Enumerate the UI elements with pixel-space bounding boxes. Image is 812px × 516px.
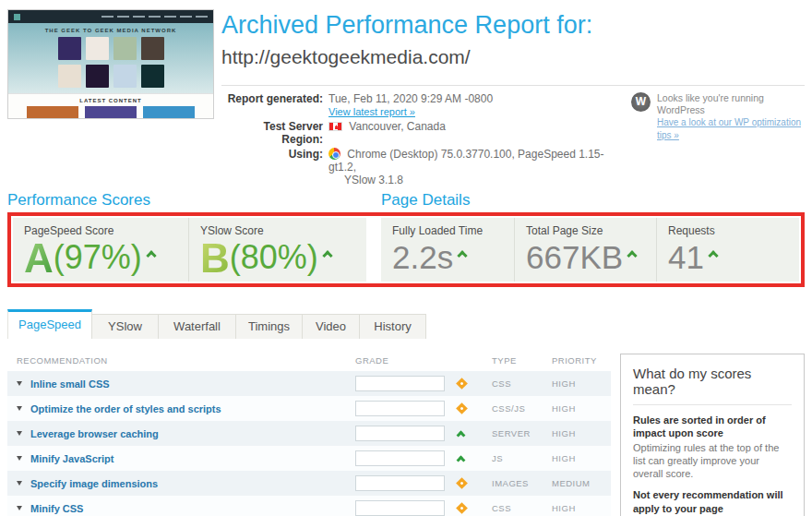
table-row[interactable]: Inline small CSS A (92) CSS HIGH — [7, 371, 611, 396]
change-indicator-icon — [457, 455, 466, 464]
thumb-site-hero: The Geek to Geek Media Network — [8, 23, 213, 93]
expand-triangle-icon[interactable] — [17, 431, 22, 436]
col-grade: GRADE — [355, 355, 492, 366]
thumb-site-navbar — [8, 10, 213, 23]
fully-loaded-time-value: 2.2s — [392, 239, 453, 276]
tab-yslow[interactable]: YSlow — [92, 314, 159, 339]
grade-bar: A (99) — [355, 475, 445, 491]
priority-value: HIGH — [552, 428, 611, 438]
requests-card: Requests 41 — [657, 218, 799, 282]
thumb-site-logo — [14, 14, 20, 20]
thumb-latest-content: Latest Content — [8, 93, 213, 119]
improvement-caret-icon — [708, 250, 718, 260]
type-value: CSS/JS — [492, 403, 552, 414]
recommendation-label: Specify image dimensions — [30, 478, 158, 489]
thumb-site-title: The Geek to Geek Media Network — [8, 23, 213, 33]
chrome-icon — [328, 148, 340, 160]
improvement-caret-icon — [457, 250, 467, 260]
table-row[interactable]: Minify JavaScript A (99) JS HIGH — [7, 446, 611, 471]
view-latest-report-link[interactable]: View latest report » — [328, 106, 415, 117]
performance-scores-title: Performance Scores — [7, 191, 150, 210]
col-priority: PRIORITY — [552, 355, 611, 366]
grade-value: A (99) — [361, 476, 384, 491]
change-indicator-icon — [456, 378, 468, 390]
fully-loaded-time-card: Fully Loaded Time 2.2s — [381, 218, 515, 282]
scores-highlight-annotation: PageSpeed Score A (97%) YSlow Score B (8… — [7, 212, 805, 287]
change-indicator-icon — [456, 402, 468, 414]
using-label: Using: — [221, 148, 328, 186]
type-value: IMAGES — [492, 478, 552, 488]
requests-label: Requests — [668, 224, 788, 237]
expand-triangle-icon[interactable] — [17, 456, 22, 461]
type-value: CSS — [492, 378, 552, 389]
using-value-line1: Chrome (Desktop) 75.0.3770.100, PageSpee… — [328, 148, 604, 174]
test-server-region-label: Test Server Region: — [221, 120, 328, 146]
expand-triangle-icon[interactable] — [17, 506, 22, 510]
grade-value: A (99) — [361, 501, 384, 516]
thumb-latest-images — [8, 106, 213, 119]
grade-bar: A (92) — [355, 426, 445, 441]
total-page-size-label: Total Page Size — [526, 224, 645, 237]
wp-optimization-tips-link[interactable]: Have a look at our WP optimization tips … — [657, 117, 801, 140]
site-screenshot-thumbnail[interactable]: The Geek to Geek Media Network Latest Co… — [7, 9, 214, 119]
yslow-percent: (80%) — [230, 239, 318, 276]
tab-timings[interactable]: Timings — [236, 314, 303, 339]
thumb-podcast-tiles — [54, 37, 168, 88]
col-type: TYPE — [492, 355, 552, 366]
tab-pagespeed[interactable]: PageSpeed — [7, 309, 92, 339]
yslow-score-card: YSlow Score B (80%) — [189, 218, 366, 282]
thumb-site-navlinks — [102, 16, 208, 18]
wordpress-note: W Looks like you're running WordPress Ha… — [631, 92, 806, 141]
tab-history[interactable]: History — [360, 314, 426, 339]
grade-value: A (92) — [361, 426, 384, 441]
type-value: SERVER — [492, 428, 552, 438]
total-page-size-card: Total Page Size 667KB — [515, 218, 657, 282]
recommendation-label: Minify JavaScript — [30, 453, 113, 464]
expand-triangle-icon[interactable] — [17, 481, 22, 486]
table-row[interactable]: Specify image dimensions A (99) IMAGES M… — [7, 471, 611, 496]
recommendation-label: Minify CSS — [30, 503, 83, 514]
change-indicator-icon — [456, 477, 468, 489]
pagespeed-grade: A — [24, 239, 54, 278]
table-row[interactable]: Minify CSS A (99) CSS HIGH — [7, 496, 611, 516]
canada-flag-icon — [328, 122, 342, 131]
col-recommendation: RECOMMENDATION — [7, 355, 355, 366]
test-server-region-value: Vancouver, Canada — [349, 120, 446, 133]
fully-loaded-time-label: Fully Loaded Time — [392, 224, 503, 237]
table-row[interactable]: Leverage browser caching A (92) SERVER H… — [7, 421, 611, 446]
type-value: JS — [492, 453, 552, 463]
expand-triangle-icon[interactable] — [17, 406, 22, 411]
page-title: Archived Performance Report for: — [221, 11, 592, 40]
grade-value: A (92) — [361, 402, 384, 416]
grade-bar: A (99) — [355, 450, 445, 466]
type-value: CSS — [492, 503, 552, 513]
table-row[interactable]: Optimize the order of styles and scripts… — [7, 396, 611, 421]
help-section-heading: Not every recommendation will apply to y… — [633, 488, 792, 515]
tab-video[interactable]: Video — [303, 314, 360, 339]
grade-bar: A (92) — [355, 401, 445, 416]
thumb-latest-content-title: Latest Content — [8, 94, 213, 103]
recommendation-label: Optimize the order of styles and scripts — [30, 403, 221, 414]
report-generated-label: Report generated: — [221, 92, 328, 118]
recommendation-label: Inline small CSS — [30, 378, 110, 390]
change-indicator-icon — [456, 502, 468, 514]
improvement-caret-icon — [322, 250, 332, 260]
grade-value: A (92) — [361, 377, 384, 391]
report-tabs: PageSpeed YSlow Waterfall Timings Video … — [7, 309, 426, 339]
help-section-heading: Rules are sorted in order of impact upon… — [633, 414, 792, 440]
using-value-line2: YSlow 3.1.8 — [344, 174, 403, 186]
total-page-size-value: 667KB — [526, 239, 623, 276]
report-url: http://geektogeekmedia.com/ — [221, 46, 471, 68]
tab-waterfall[interactable]: Waterfall — [159, 314, 236, 339]
priority-value: HIGH — [552, 453, 611, 463]
scores-help-title: What do my scores mean? — [633, 366, 792, 405]
requests-value: 41 — [668, 239, 704, 276]
page-details-group: Fully Loaded Time 2.2s Total Page Size 6… — [381, 218, 799, 282]
priority-value: HIGH — [552, 378, 611, 389]
wordpress-icon: W — [631, 92, 651, 112]
yslow-grade: B — [200, 239, 230, 278]
grade-bar: A (92) — [355, 376, 445, 391]
scores-help-panel: What do my scores mean? Rules are sorted… — [620, 354, 805, 516]
grade-value: A (99) — [361, 451, 384, 466]
expand-triangle-icon[interactable] — [17, 381, 22, 386]
